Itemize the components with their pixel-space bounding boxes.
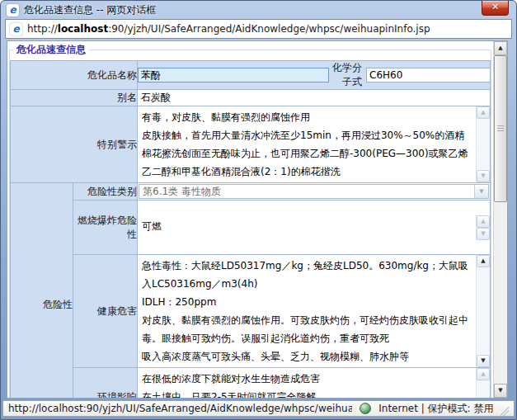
main-scrollbar-thumb[interactable] [494, 55, 507, 202]
status-zone: Internet | 保护模式: 禁用 [378, 402, 493, 416]
scroll-up-icon[interactable]: ▲ [477, 215, 490, 228]
special-warning-textarea[interactable]: 有毒，对皮肤、黏膜有强烈的腐蚀作用 皮肤接触，首先用大量清水冲洗至少15min，… [138, 106, 490, 182]
fire-explosion-scrollbar[interactable]: ▲ ▼ [476, 215, 490, 240]
address-bar: e http://localhost:90/yjzh/UI/SafeArrang… [5, 19, 512, 39]
alias-value[interactable]: 石炭酸 [138, 90, 490, 106]
title-bar: e 危化品速查信息 -- 网页对话框 [1, 1, 516, 19]
close-button[interactable]: ✕ [482, 1, 509, 16]
form-area: 危化品速查信息 危化品名称 化学分子式 [7, 41, 493, 398]
status-url: http://localhost:90/yjzh/UI/SafeArranged… [8, 403, 352, 414]
scroll-down-icon[interactable]: ▼ [477, 170, 490, 182]
address-url[interactable]: http://localhost:90/yjzh/UI/SafeArranged… [27, 23, 430, 35]
special-warning-scrollbar[interactable]: ▲ ▼ [476, 106, 490, 182]
row-alias: 别名 石炭酸 [11, 90, 491, 106]
url-host: localhost [58, 23, 108, 35]
scrollbar-grip [497, 125, 504, 131]
page-ie-icon: e [10, 23, 22, 35]
special-warning-label: 特别警示 [11, 106, 138, 183]
page-content: 危化品速查信息 危化品名称 化学分子式 [7, 40, 508, 399]
scroll-down-icon[interactable]: ▼ [494, 384, 507, 398]
formula-label: 化学分子式 [329, 61, 366, 89]
dropdown-arrow-icon[interactable]: ▼ [474, 185, 488, 198]
url-scheme: http:// [27, 23, 58, 35]
scroll-down-icon[interactable]: ▼ [477, 355, 490, 367]
row-hazard-class: 危险性 危险性类别 第6.1类 毒性物质 ▼ [11, 183, 491, 201]
scroll-down-icon[interactable]: ▼ [477, 228, 490, 240]
environment-label: 环境影响 [73, 368, 138, 399]
environment-text: 在很低的浓度下就能对水生生物造成危害 在土壤中，只要2-5天时间就可完全降解 2… [138, 368, 476, 398]
info-groupbox: 危化品速查信息 危化品名称 化学分子式 [9, 43, 491, 398]
hazard-class-select[interactable]: 第6.1类 毒性物质 ▼ [139, 184, 489, 199]
fire-explosion-text: 可燃 [138, 215, 476, 240]
resize-grip-icon[interactable] [501, 407, 509, 416]
scroll-up-icon[interactable]: ▲ [494, 41, 507, 55]
row-fire-explosion: 燃烧爆炸危险性 可燃 ▲ ▼ [11, 201, 491, 255]
fire-explosion-label: 燃烧爆炸危险性 [73, 201, 138, 255]
ie-icon: e [7, 4, 19, 17]
status-bar: http://localhost:90/yjzh/UI/SafeArranged… [2, 400, 515, 417]
health-text: 急性毒性：大鼠经LD50317mg／kg；兔经皮LD50。630mg/kg；大鼠… [138, 255, 476, 367]
health-scrollbar[interactable]: ▲ ▼ [476, 255, 490, 367]
chemical-info-table: 危化品名称 化学分子式 别名 石炭酸 [10, 60, 491, 398]
main-scrollbar[interactable]: ▲ ▼ [493, 41, 507, 398]
window-title: 危化品速查信息 -- 网页对话框 [24, 3, 156, 17]
hazard-class-value: 第6.1类 毒性物质 [139, 185, 474, 199]
url-path: :90/yjzh/UI/SafeArranged/AidKnowledge/wh… [108, 23, 430, 35]
row-environment: 环境影响 在很低的浓度下就能对水生生物造成危害 在土壤中，只要2-5天时间就可完… [11, 368, 491, 399]
globe-icon [360, 403, 371, 414]
row-health-hazard: 健康危害 急性毒性：大鼠经LD50317mg／kg；兔经皮LD50。630mg/… [11, 255, 491, 368]
close-icon: ✕ [491, 2, 499, 12]
fire-explosion-textarea[interactable]: 可燃 ▲ ▼ [138, 215, 490, 240]
environment-textarea[interactable]: 在很低的浓度下就能对水生生物造成危害 在土壤中，只要2-5天时间就可完全降解 2… [138, 368, 490, 398]
health-textarea[interactable]: 急性毒性：大鼠经LD50317mg／kg；兔经皮LD50。630mg/kg；大鼠… [138, 255, 490, 367]
health-label: 健康危害 [73, 255, 138, 368]
chemical-name-label: 危化品名称 [11, 61, 138, 90]
scroll-up-icon[interactable]: ▲ [477, 368, 490, 380]
environment-scrollbar[interactable]: ▲ ▼ [476, 368, 490, 398]
hazard-class-label: 危险性类别 [73, 183, 138, 201]
special-warning-text: 有毒，对皮肤、黏膜有强烈的腐蚀作用 皮肤接触，首先用大量清水冲洗至少15min，… [138, 106, 476, 182]
chemical-name-input[interactable] [138, 68, 329, 83]
alias-label: 别名 [11, 90, 138, 106]
scroll-up-icon[interactable]: ▲ [477, 106, 490, 119]
hazard-group-label: 危险性 [11, 183, 73, 399]
dialog-window: e 危化品速查信息 -- 网页对话框 ✕ e http://localhost:… [0, 0, 517, 420]
row-special-warning: 特别警示 有毒，对皮肤、黏膜有强烈的腐蚀作用 皮肤接触，首先用大量清水冲洗至少1… [11, 106, 491, 183]
scroll-up-icon[interactable]: ▲ [477, 255, 490, 267]
groupbox-legend: 危化品速查信息 [13, 43, 89, 57]
row-chemical-name: 危化品名称 化学分子式 [11, 61, 491, 90]
formula-input[interactable] [366, 68, 490, 83]
